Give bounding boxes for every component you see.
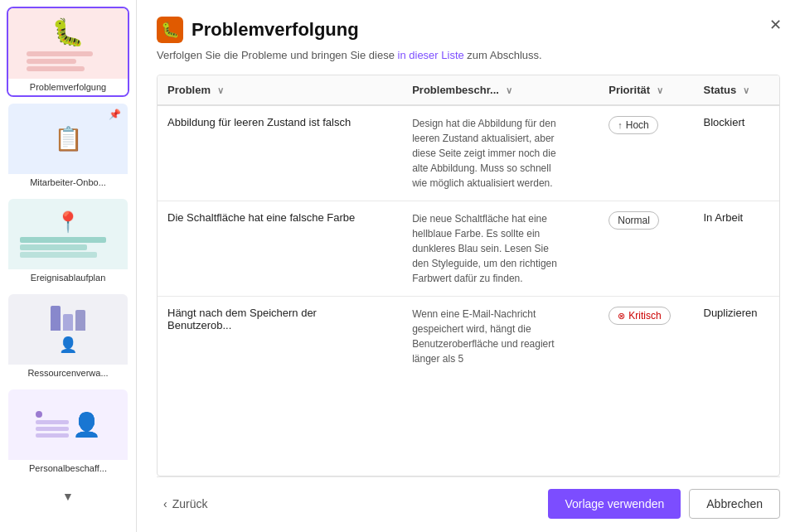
table-header-row: Problem ∨ Problembeschr... ∨ Priorität ∨… xyxy=(158,75,779,105)
thumb-mitarbeiter-onbo: 📋📌 xyxy=(8,104,128,174)
cell-status: Blockiert xyxy=(694,105,780,201)
col-beschreibung[interactable]: Problembeschr... ∨ xyxy=(402,75,599,105)
table-wrapper: Problem ∨ Problembeschr... ∨ Priorität ∨… xyxy=(157,75,780,476)
primary-button[interactable]: Vorlage verwenden xyxy=(548,489,681,519)
sidebar-item-problemverfolgung[interactable]: 🐛 Problemverfolgung xyxy=(7,7,129,97)
cell-beschreibung: Die neue Schaltfläche hat eine hellblaue… xyxy=(402,201,599,297)
subtitle-highlight: in dieser Liste xyxy=(398,49,464,61)
footer-right: Vorlage verwenden Abbrechen xyxy=(548,489,780,519)
thumb-ressourcenverwa: 👤 xyxy=(8,294,128,365)
col-prioritaet-arrow: ∨ xyxy=(657,85,663,95)
cell-status: In Arbeit xyxy=(694,201,780,297)
label-ressourcenverwa: Ressourcenverwa... xyxy=(8,365,128,381)
thumb-ereignisablaufplan: 📍 xyxy=(8,199,128,269)
priority-icon: ⊗ xyxy=(618,311,625,322)
sidebar: 🐛 Problemverfolgung 📋📌 Mitarbeiter-Onbo.… xyxy=(0,0,137,532)
priority-badge: ↑ Hoch xyxy=(608,116,658,134)
priority-icon: ↑ xyxy=(618,120,623,130)
secondary-button[interactable]: Abbrechen xyxy=(689,489,780,519)
cell-problem: Die Schaltfläche hat eine falsche Farbe xyxy=(158,201,402,297)
subtitle: Verfolgen Sie die Probleme und bringen S… xyxy=(157,48,780,63)
col-status[interactable]: Status ∨ xyxy=(694,75,780,105)
cell-status: Duplizieren xyxy=(694,297,780,377)
footer: ‹ Zurück Vorlage verwenden Abbrechen xyxy=(157,476,780,532)
cell-prioritaet: ↑ Hoch xyxy=(599,105,693,201)
col-prioritaet[interactable]: Priorität ∨ xyxy=(599,75,693,105)
header-row: 🐛 Problemverfolgung xyxy=(157,17,780,43)
col-beschreibung-arrow: ∨ xyxy=(506,85,512,95)
label-problemverfolgung: Problemverfolgung xyxy=(8,79,128,95)
table-row: Abbildung für leeren Zustand ist falsch … xyxy=(158,105,779,201)
thumb-personalbeschafft: 👤 xyxy=(8,389,128,460)
app-icon: 🐛 xyxy=(157,17,183,43)
priority-badge: ⊗ Kritisch xyxy=(608,307,670,325)
sidebar-item-personalbeschafft[interactable]: 👤 Personalbeschaff... xyxy=(7,388,129,478)
cell-prioritaet: ⊗ Kritisch xyxy=(599,297,693,377)
cell-beschreibung: Design hat die Abbildung für den leeren … xyxy=(402,105,599,201)
cell-problem: Hängt nach dem Speichern der Benutzerob.… xyxy=(158,297,402,377)
main-panel: ✕ 🐛 Problemverfolgung Verfolgen Sie die … xyxy=(137,0,800,532)
col-problem-arrow: ∨ xyxy=(217,85,224,95)
table-row: Die Schaltfläche hat eine falsche Farbe … xyxy=(158,201,779,297)
col-problem[interactable]: Problem ∨ xyxy=(158,75,402,105)
cell-beschreibung: Wenn eine E-Mail-Nachricht gespeichert w… xyxy=(402,297,599,377)
label-personalbeschafft: Personalbeschaff... xyxy=(8,460,128,476)
sidebar-item-ressourcenverwa[interactable]: 👤 Ressourcenverwa... xyxy=(7,293,129,383)
sidebar-item-mitarbeiter-onbo[interactable]: 📋📌 Mitarbeiter-Onbo... xyxy=(7,102,129,192)
table-row: Hängt nach dem Speichern der Benutzerob.… xyxy=(158,297,779,377)
cell-prioritaet: Normal xyxy=(599,201,693,297)
thumb-problemverfolgung: 🐛 xyxy=(8,8,128,79)
priority-label: Kritisch xyxy=(628,310,661,322)
back-button[interactable]: ‹ Zurück xyxy=(157,494,214,514)
cell-problem: Abbildung für leeren Zustand ist falsch xyxy=(158,105,402,201)
issues-table: Problem ∨ Problembeschr... ∨ Priorität ∨… xyxy=(158,75,779,376)
priority-label: Normal xyxy=(618,215,650,226)
priority-badge: Normal xyxy=(608,211,659,230)
sidebar-item-ereignisablaufplan[interactable]: 📍 Ereignisablaufplan xyxy=(7,197,129,288)
col-status-arrow: ∨ xyxy=(743,85,749,95)
page-title: Problemverfolgung xyxy=(192,19,359,41)
back-arrow-icon: ‹ xyxy=(163,497,167,510)
label-mitarbeiter-onbo: Mitarbeiter-Onbo... xyxy=(8,174,128,191)
close-button[interactable]: ✕ xyxy=(764,13,787,36)
label-ereignisablaufplan: Ereignisablaufplan xyxy=(8,269,128,286)
priority-label: Hoch xyxy=(626,119,649,131)
sidebar-scroll-down[interactable]: ▼ xyxy=(7,486,129,506)
